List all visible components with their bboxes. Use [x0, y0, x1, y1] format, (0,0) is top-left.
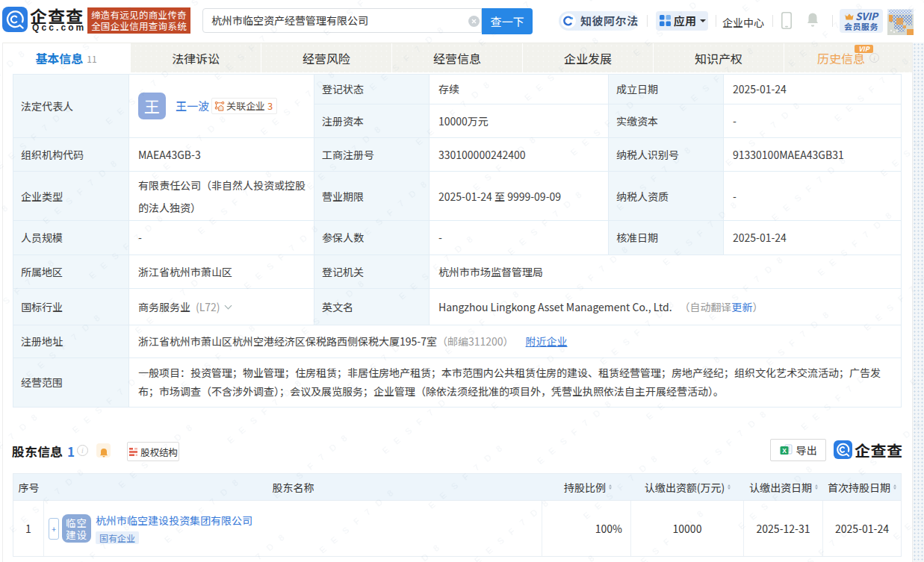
- svg-text:X: X: [782, 446, 787, 454]
